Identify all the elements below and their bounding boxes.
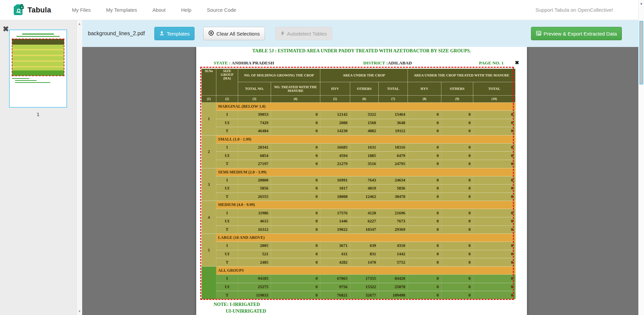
clear-button-label: Clear All Selections — [216, 31, 260, 37]
pdf-note-line2: UI-UNIRRIGATED — [226, 309, 266, 314]
brand[interactable]: Tabula — [13, 3, 51, 17]
remove-page-icon[interactable]: ✖ — [3, 25, 9, 33]
thumbnail-page-number: 1 — [9, 111, 67, 117]
templates-icon — [159, 31, 164, 37]
clear-all-selections-button[interactable]: Clear All Selections — [203, 27, 265, 40]
page-number-field: PAGE NO. 1 — [479, 60, 504, 66]
window-scrollbar[interactable]: ▲ — [638, 0, 644, 315]
scroll-up-icon[interactable]: ▲ — [639, 2, 644, 5]
pdf-note-line1: NOTE: I-IRRIGATED — [214, 302, 260, 307]
scrollbar-thumb[interactable] — [639, 21, 643, 85]
templates-button-label: Templates — [167, 31, 190, 37]
sidebar-scrollbar[interactable]: ▲ ▼ — [76, 20, 82, 315]
nav-item-my-templates[interactable]: My Templates — [106, 7, 137, 13]
thumb-note-line — [15, 82, 50, 83]
sidebar: ✖ 1 — [0, 20, 76, 315]
thumb-selection-overlay — [12, 39, 64, 76]
nav-links: My Files My Templates About Help Source … — [72, 7, 236, 13]
nav-item-about[interactable]: About — [153, 7, 166, 13]
scroll-up-icon[interactable]: ▲ — [77, 22, 82, 25]
clear-selections-icon — [208, 30, 214, 37]
pdf-page[interactable]: TABLE 5J : ESTIMATED AREA UNDER PADDY TR… — [196, 47, 527, 315]
autodetect-button-label: Autodetect Tables — [287, 31, 327, 37]
lightning-bolt-icon — [280, 31, 285, 37]
page-thumbnail[interactable] — [9, 30, 67, 108]
table-selection-overlay[interactable] — [200, 67, 514, 300]
toolbar: background_lines_2.pdf Templates Clear A… — [82, 20, 638, 47]
support-link[interactable]: Support Tabula on OpenCollective! — [535, 7, 613, 13]
pdf-viewer: TABLE 5J : ESTIMATED AREA UNDER PADDY TR… — [82, 47, 638, 315]
preview-export-button[interactable]: Preview & Export Extracted Data — [531, 27, 622, 40]
navbar: Tabula My Files My Templates About Help … — [0, 0, 644, 20]
scroll-down-icon[interactable]: ▼ — [77, 310, 82, 313]
district-field: DISTRICT :ADILABAD — [363, 60, 412, 66]
thumb-note-line — [12, 78, 29, 79]
templates-button[interactable]: Templates — [154, 27, 195, 40]
document-filename: background_lines_2.pdf — [88, 31, 145, 37]
state-field: STATE : ANDHRA PRADESH — [214, 60, 274, 66]
export-button-label: Preview & Export Extracted Data — [544, 31, 617, 37]
table-list-icon — [536, 31, 541, 37]
selection-close-icon[interactable]: ✖ — [515, 60, 519, 66]
thumb-title-line — [22, 34, 54, 35]
thumb-subtitle-line — [16, 36, 59, 37]
pdf-table-title: TABLE 5J : ESTIMATED AREA UNDER PADDY TR… — [196, 48, 527, 54]
nav-item-help[interactable]: Help — [181, 7, 192, 13]
tabula-app: { "navbar": { "brand": "Tabula", "items"… — [0, 0, 644, 315]
thumb-note-line — [15, 80, 37, 81]
nav-item-source-code[interactable]: Source Code — [207, 7, 236, 13]
autodetect-tables-button[interactable]: Autodetect Tables — [275, 27, 332, 40]
thumb-table — [12, 39, 64, 76]
nav-item-my-files[interactable]: My Files — [72, 7, 91, 13]
tabula-logo-icon — [13, 3, 24, 17]
brand-name: Tabula — [28, 6, 51, 14]
